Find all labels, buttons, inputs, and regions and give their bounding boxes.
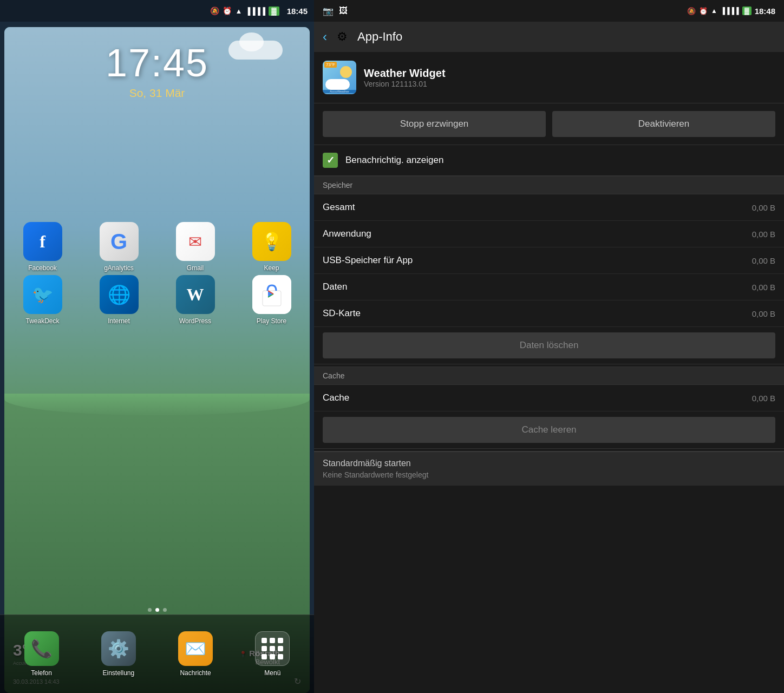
menu-icon — [255, 631, 290, 666]
ganalytics-icon: G — [100, 222, 139, 261]
bird-icon: 🐦 — [32, 284, 54, 305]
phone-icon: 📞 — [24, 631, 59, 666]
notification-checkbox[interactable]: ✓ — [323, 153, 338, 168]
nachrichte-label: Nachrichte — [180, 669, 211, 677]
mute-icon-right: 🔕 — [687, 7, 696, 15]
menu-dot — [262, 638, 267, 643]
cache-label: Cache — [323, 393, 349, 403]
storage-row-gesamt: Gesamt 0,00 B — [314, 194, 784, 221]
dock-item-einstellung[interactable]: ⚙️ Einstellung — [81, 631, 155, 677]
alarm-icon: ⏰ — [223, 6, 232, 15]
app-item-playstore[interactable]: Play Store — [234, 275, 309, 325]
app-item-ganalytics[interactable]: G gAnalytics — [82, 222, 156, 272]
app-item-tweakdeck[interactable]: 🐦 TweakDeck — [5, 275, 80, 325]
menu-dot — [270, 638, 275, 643]
app-name-section: Weather Widget Version 121113.01 — [364, 67, 446, 88]
messages-icon: ✉️ — [178, 631, 213, 666]
einstellung-label: Einstellung — [103, 669, 135, 677]
cache-row: Cache 0,00 B — [314, 385, 784, 411]
photo-icon: 📷 — [323, 6, 334, 16]
force-stop-button[interactable]: Stopp erzwingen — [323, 111, 546, 137]
widget-clock: 17:45 — [4, 41, 310, 85]
daten-label: Daten — [323, 282, 347, 292]
status-time-right: 18:48 — [755, 6, 775, 16]
playstore-inner — [252, 275, 291, 314]
battery-icon: ▓ — [269, 6, 279, 16]
menu-dot — [270, 654, 275, 659]
app-info-title: App-Info — [357, 30, 402, 44]
menu-label: Menü — [264, 669, 280, 677]
anwendung-label: Anwendung — [323, 228, 371, 239]
keep-icon: 💡 — [252, 222, 291, 261]
playstore-svg — [258, 281, 285, 308]
back-button[interactable]: ‹ — [323, 29, 327, 44]
deactivate-button[interactable]: Deaktivieren — [552, 111, 775, 137]
menu-dot — [278, 638, 283, 643]
menu-dot — [270, 646, 275, 651]
playstore-label: Play Store — [257, 317, 286, 325]
notification-label: Benachrichtig. anzeigen — [345, 155, 443, 166]
menu-grid — [262, 638, 283, 659]
dock-item-menu[interactable]: Menü — [236, 631, 310, 677]
bottom-section: Standardmäßig starten Keine Standardwert… — [314, 451, 784, 486]
dock-item-telefon[interactable]: 📞 Telefon — [4, 631, 79, 677]
dot-1 — [148, 608, 152, 612]
wifi-icon: ▲ — [235, 7, 242, 15]
app-item-facebook[interactable]: f Facebook — [5, 222, 80, 272]
action-buttons-row: Stopp erzwingen Deaktivieren — [314, 103, 784, 145]
dock: 📞 Telefon ⚙️ Einstellung ✉️ Nachrichte — [0, 614, 314, 693]
clear-data-area: Daten löschen — [314, 327, 784, 364]
dock-item-nachrichte[interactable]: ✉️ Nachrichte — [159, 631, 233, 677]
right-panel: 📷 🖼 🔕 ⏰ ▲ ▐▐▐▐ ▓ 18:48 ‹ ⚙ App-Info 73°F… — [314, 0, 784, 693]
gesamt-label: Gesamt — [323, 202, 355, 213]
gmail-icon: ✉ — [176, 222, 215, 261]
clear-data-button[interactable]: Daten löschen — [323, 332, 775, 358]
signal-icon: ▐▐▐▐ — [245, 7, 265, 15]
storage-label: Speicher — [323, 181, 352, 189]
status-bar-right: 📷 🖼 🔕 ⏰ ▲ ▐▐▐▐ ▓ 18:48 — [314, 0, 784, 22]
usb-label: USB-Speicher für App — [323, 255, 413, 266]
storage-section-header: Speicher — [314, 176, 784, 194]
signal-icon-right: ▐▐▐▐ — [721, 7, 739, 15]
cache-value: 0,00 B — [752, 394, 775, 403]
sun-icon — [340, 66, 352, 78]
clear-cache-button[interactable]: Cache leeren — [323, 417, 775, 443]
notification-row[interactable]: ✓ Benachrichtig. anzeigen — [314, 145, 784, 176]
storage-row-anwendung: Anwendung 0,00 B — [314, 221, 784, 247]
menu-dot — [262, 646, 267, 651]
mute-icon: 🔕 — [210, 6, 219, 15]
anwendung-value: 0,00 B — [752, 230, 775, 239]
sdkarte-value: 0,00 B — [752, 309, 775, 318]
right-status-right-icons: 🔕 ⏰ ▲ ▐▐▐▐ ▓ 18:48 — [687, 6, 775, 16]
cache-section-label: Cache — [323, 371, 344, 380]
status-time-left: 18:45 — [287, 6, 308, 16]
right-status-left-icons: 📷 🖼 — [323, 6, 348, 16]
widget-date: So, 31 Mär — [4, 87, 310, 100]
facebook-label: Facebook — [28, 264, 57, 272]
tweakdeck-icon: 🐦 — [23, 275, 62, 314]
telefon-label: Telefon — [31, 669, 52, 677]
cache-section-header: Cache — [314, 367, 784, 385]
weather-widget-icon: 73°F AccuWeather — [323, 61, 356, 94]
storage-row-daten: Daten 0,00 B — [314, 274, 784, 300]
app-details-section: 73°F AccuWeather Weather Widget Version … — [314, 52, 784, 103]
standardmaessig-label: Standardmäßig starten — [323, 459, 775, 468]
app-item-gmail[interactable]: ✉ Gmail — [158, 222, 232, 272]
app-item-keep[interactable]: 💡 Keep — [234, 222, 309, 272]
sdkarte-label: SD-Karte — [323, 308, 361, 319]
app-item-wordpress[interactable]: W WordPress — [158, 275, 232, 325]
facebook-icon: f — [23, 222, 62, 261]
settings-icon: ⚙️ — [101, 631, 136, 666]
alarm-icon-right: ⏰ — [699, 7, 708, 15]
usb-value: 0,00 B — [752, 256, 775, 265]
menu-dot — [262, 654, 267, 659]
playstore-icon — [252, 275, 291, 314]
menu-dot — [278, 654, 283, 659]
dot-3 — [163, 608, 167, 612]
clear-cache-area: Cache leeren — [314, 411, 784, 449]
left-panel: 🔕 ⏰ ▲ ▐▐▐▐ ▓ 18:45 17:45 So, 31 Mär 3°C … — [0, 0, 314, 693]
internet-label: Internet — [108, 317, 130, 325]
wordpress-icon: W — [176, 275, 215, 314]
temp-badge: 73°F — [324, 62, 337, 68]
app-item-internet[interactable]: 🌐 Internet — [82, 275, 156, 325]
